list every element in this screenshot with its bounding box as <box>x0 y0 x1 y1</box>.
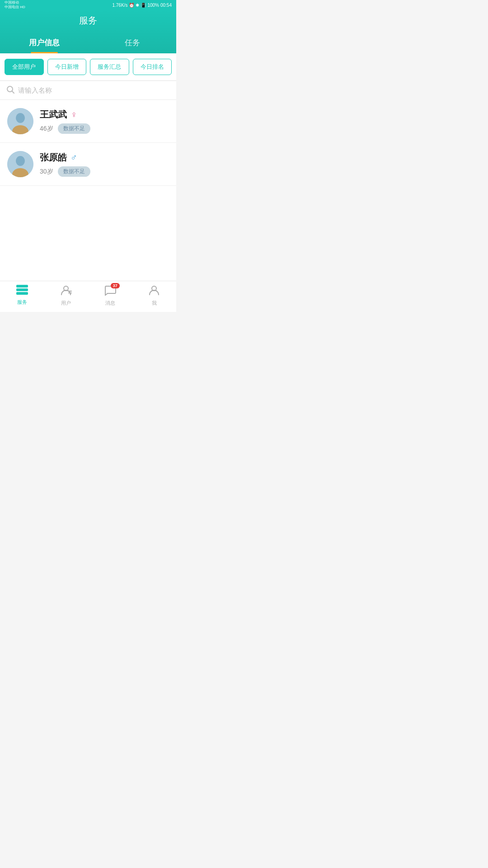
user-info: 张原皓 ♂ 30岁 数据不足 <box>40 151 169 177</box>
nav-message[interactable]: 37 消息 <box>97 285 124 307</box>
bottom-nav: 服务 用户 37 消息 我 <box>0 281 176 312</box>
user-name-row: 张原皓 ♂ <box>40 151 169 164</box>
nav-service-label: 服务 <box>17 299 27 306</box>
svg-rect-8 <box>16 285 28 288</box>
user-meta: 30岁 数据不足 <box>40 166 169 177</box>
filter-tab-bar: 全部用户 今日新增 服务汇总 今日排名 <box>0 53 176 81</box>
nav-service[interactable]: 服务 <box>9 285 36 307</box>
me-icon <box>148 285 160 298</box>
nav-user[interactable]: 用户 <box>52 285 80 307</box>
page-title: 服务 <box>0 14 176 27</box>
user-list: 王武武 ♀ 46岁 数据不足 张原皓 ♂ 30岁 数据不足 <box>0 100 176 281</box>
search-icon <box>6 85 14 95</box>
avatar <box>7 108 33 134</box>
nav-me-label: 我 <box>152 300 157 307</box>
search-input[interactable] <box>18 86 170 94</box>
nav-message-label: 消息 <box>105 300 115 307</box>
vibrate-icon: 📳 <box>141 3 146 8</box>
gender-female-icon: ♀ <box>70 109 77 120</box>
battery-level: 100% <box>147 3 159 8</box>
svg-point-6 <box>16 156 25 166</box>
data-badge: 数据不足 <box>58 166 90 177</box>
bluetooth-icon: ✱ <box>136 3 139 8</box>
tab-user-info[interactable]: 用户信息 <box>0 33 88 53</box>
list-item[interactable]: 王武武 ♀ 46岁 数据不足 <box>0 100 176 143</box>
time-display: 00:54 <box>160 3 172 8</box>
list-item[interactable]: 张原皓 ♂ 30岁 数据不足 <box>0 143 176 186</box>
avatar <box>7 151 33 177</box>
user-age: 30岁 <box>40 168 53 176</box>
filter-today-rank[interactable]: 今日排名 <box>133 59 172 75</box>
status-bar: 中国移动 中国电信 HD 1.76K/s ⏰ ✱ 📳 100% 00:54 <box>0 0 176 10</box>
user-name-row: 王武武 ♀ <box>40 108 169 121</box>
nav-me[interactable]: 我 <box>141 285 168 307</box>
message-badge: 37 <box>111 283 120 288</box>
network-speed: 1.76K/s <box>112 3 127 8</box>
gender-male-icon: ♂ <box>70 152 77 163</box>
user-icon <box>60 285 72 298</box>
svg-rect-10 <box>16 292 28 295</box>
header-tab-bar: 用户信息 任务 <box>0 33 176 53</box>
nav-user-label: 用户 <box>61 300 71 307</box>
user-info: 王武武 ♀ 46岁 数据不足 <box>40 108 169 134</box>
search-bar <box>0 81 176 100</box>
svg-point-3 <box>16 113 25 123</box>
carrier-info: 中国移动 中国电信 HD <box>5 0 25 9</box>
user-name: 王武武 <box>40 108 67 121</box>
tab-task[interactable]: 任务 <box>88 33 176 53</box>
svg-rect-9 <box>16 288 28 291</box>
user-age: 46岁 <box>40 125 53 133</box>
app-header: 服务 用户信息 任务 <box>0 10 176 53</box>
user-name: 张原皓 <box>40 151 67 164</box>
user-meta: 46岁 数据不足 <box>40 123 169 134</box>
data-badge: 数据不足 <box>58 123 90 134</box>
service-icon <box>16 285 28 297</box>
message-icon: 37 <box>104 285 116 298</box>
filter-service-summary[interactable]: 服务汇总 <box>90 59 129 75</box>
alarm-icon: ⏰ <box>129 3 134 8</box>
svg-line-1 <box>12 91 14 93</box>
filter-all-users[interactable]: 全部用户 <box>5 59 44 75</box>
filter-today-new[interactable]: 今日新增 <box>47 59 87 75</box>
svg-point-0 <box>7 86 13 92</box>
status-right: 1.76K/s ⏰ ✱ 📳 100% 00:54 <box>112 3 172 8</box>
